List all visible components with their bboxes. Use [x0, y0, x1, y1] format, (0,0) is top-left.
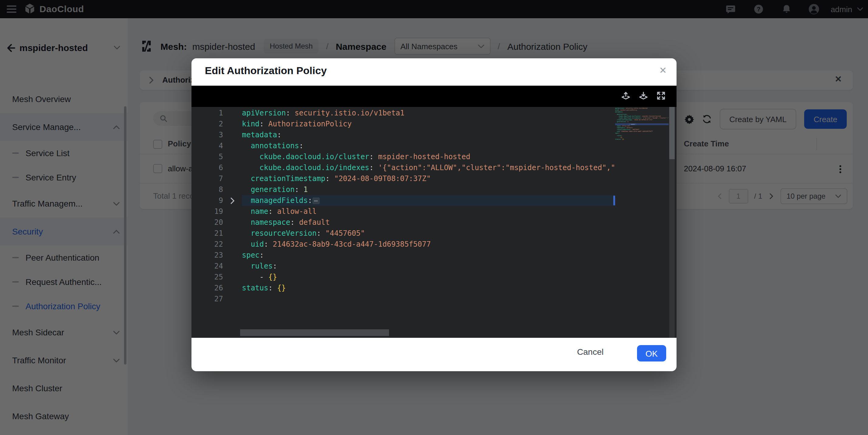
editor-code[interactable]: apiVersion: security.istio.io/v1beta1kin…	[242, 107, 615, 304]
code-line[interactable]: status: {}	[242, 282, 615, 294]
gutter-line: 23	[191, 250, 242, 261]
editor-horizontal-scrollbar[interactable]	[240, 329, 389, 336]
fold-expand-icon[interactable]	[223, 197, 242, 204]
gutter-line: 26	[191, 282, 242, 294]
editor-vertical-scrollbar[interactable]	[669, 107, 675, 338]
edit-authorization-policy-modal: Edit Authorization Policy ✕ 123456789192…	[191, 58, 677, 371]
overview-ruler-mark	[613, 196, 615, 205]
gutter-line: 9	[191, 195, 242, 206]
gutter-line: 6	[191, 162, 242, 173]
fullscreen-icon[interactable]	[656, 91, 665, 100]
code-line[interactable]: generation: 1	[242, 184, 615, 195]
gutter-line: 1	[191, 107, 242, 119]
code-line[interactable]: annotations:	[242, 140, 615, 151]
upload-icon[interactable]	[621, 91, 630, 100]
gutter-line: 24	[191, 261, 242, 272]
download-icon[interactable]	[639, 91, 648, 100]
code-line[interactable]: rules:	[242, 261, 615, 272]
gutter-line: 8	[191, 184, 242, 195]
editor-toolbar	[191, 86, 677, 107]
modal-title: Edit Authorization Policy	[205, 65, 327, 77]
code-line[interactable]: ckube.daocloud.io/cluster: mspider-hoste…	[242, 151, 615, 162]
editor-gutter: 123456789192021222324252627	[191, 107, 242, 304]
gutter-line: 19	[191, 206, 242, 217]
code-line[interactable]: spec:	[242, 250, 615, 261]
gutter-line: 21	[191, 228, 242, 239]
code-line[interactable]: ckube.daocloud.io/indexes: '{"action":"A…	[242, 162, 615, 173]
code-line[interactable]: apiVersion: security.istio.io/v1beta1	[242, 107, 615, 119]
minimap-highlight	[615, 123, 669, 125]
minimap-line	[615, 140, 669, 142]
code-line[interactable]: namespace: default	[242, 217, 615, 228]
gutter-line: 7	[191, 173, 242, 184]
code-line[interactable]: name: allow-all	[242, 206, 615, 217]
app-root: DaoCloud ? admin mspider-hosted Mesh Ove…	[0, 0, 868, 435]
ok-button[interactable]: OK	[637, 345, 666, 362]
code-line[interactable]	[242, 294, 615, 304]
gutter-line: 27	[191, 294, 242, 304]
gutter-line: 4	[191, 140, 242, 151]
cancel-button[interactable]: Cancel	[577, 347, 603, 357]
gutter-line: 20	[191, 217, 242, 228]
code-line[interactable]: managedFields:⋯	[242, 195, 615, 206]
code-line[interactable]: metadata:	[242, 129, 615, 140]
code-line[interactable]: kind: AuthorizationPolicy	[242, 119, 615, 129]
modal-footer: Cancel OK	[191, 338, 677, 371]
code-line[interactable]: - {}	[242, 272, 615, 282]
code-line[interactable]: resourceVersion: "4457605"	[242, 228, 615, 239]
modal-close-icon[interactable]: ✕	[659, 65, 667, 76]
gutter-line: 2	[191, 119, 242, 129]
gutter-line: 5	[191, 151, 242, 162]
gutter-line: 22	[191, 239, 242, 250]
gutter-line: 25	[191, 272, 242, 282]
gutter-line: 3	[191, 129, 242, 140]
code-line[interactable]: uid: 214632ac-8ab9-43cd-a447-1d69385f507…	[242, 239, 615, 250]
editor-minimap[interactable]: apiVersion: security.istio.io/v1beta1kin…	[615, 107, 669, 142]
code-line[interactable]: creationTimestamp: "2024-08-09T08:07:37Z…	[242, 173, 615, 184]
editor-body[interactable]: 123456789192021222324252627 apiVersion: …	[191, 107, 677, 338]
yaml-editor[interactable]: 123456789192021222324252627 apiVersion: …	[191, 86, 677, 338]
